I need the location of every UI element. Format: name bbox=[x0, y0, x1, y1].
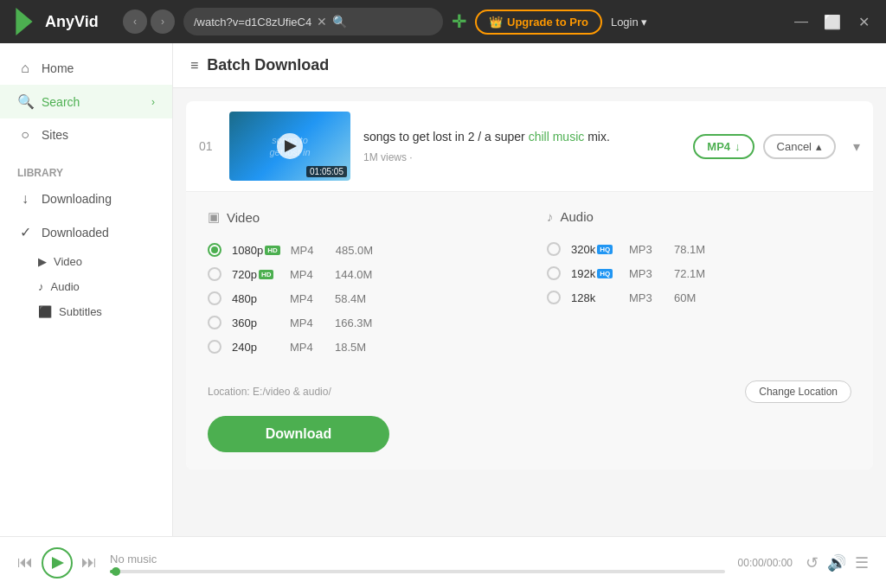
hd-badge-720p: HD bbox=[259, 270, 274, 279]
radio-128k[interactable] bbox=[547, 291, 561, 304]
progress-bar[interactable] bbox=[110, 570, 725, 573]
video-col-label: Video bbox=[227, 210, 260, 225]
duration-badge: 01:05:05 bbox=[306, 166, 347, 177]
radio-192k[interactable] bbox=[547, 266, 561, 280]
download-icon: ↓ bbox=[17, 191, 33, 207]
login-button[interactable]: Login ▾ bbox=[611, 16, 647, 29]
sidebar-item-audio[interactable]: ♪ Audio bbox=[0, 274, 172, 299]
play-button-icon bbox=[52, 557, 64, 569]
crown-icon: 👑 bbox=[489, 16, 503, 29]
radio-240p[interactable] bbox=[208, 340, 222, 354]
location-text: Location: E:/video & audio/ bbox=[208, 386, 331, 398]
maximize-button[interactable]: ⬜ bbox=[820, 10, 844, 34]
url-search-icon[interactable]: 🔍 bbox=[332, 15, 347, 29]
sidebar-item-home[interactable]: ⌂ Home bbox=[0, 52, 172, 85]
radio-480p[interactable] bbox=[208, 291, 222, 305]
video-number: 01 bbox=[199, 139, 216, 153]
upgrade-button[interactable]: 👑 Upgrade to Pro bbox=[475, 10, 602, 35]
size-240p: 18.5M bbox=[335, 341, 366, 354]
quality-128k: 128k bbox=[571, 291, 619, 304]
sidebar-item-search[interactable]: 🔍 Search › bbox=[0, 85, 172, 118]
nav-arrows: ‹ › bbox=[123, 10, 175, 34]
login-arrow-icon: ▾ bbox=[641, 16, 647, 29]
video-list: 01 songs toget lost in 01:05:05 songs to… bbox=[173, 88, 886, 536]
quality-320k: 320kHQ bbox=[571, 243, 619, 256]
format-720p: MP4 bbox=[290, 268, 324, 281]
video-col-header: ▣ Video bbox=[208, 209, 512, 225]
size-480p: 58.4M bbox=[335, 292, 366, 305]
radio-720p[interactable] bbox=[208, 267, 222, 281]
size-320k: 78.1M bbox=[674, 243, 705, 256]
subtitles-icon: ⬛ bbox=[38, 305, 52, 318]
sidebar: ⌂ Home 🔍 Search › ○ Sites Library ↓ Down… bbox=[0, 43, 173, 536]
cancel-label: Cancel bbox=[777, 140, 812, 153]
audio-option-192k: 192kHQ MP3 72.1M bbox=[547, 261, 851, 285]
size-192k: 72.1M bbox=[674, 267, 705, 280]
sidebar-item-subtitles[interactable]: ⬛ Subtitles bbox=[0, 299, 172, 324]
repeat-icon[interactable]: ↺ bbox=[806, 553, 819, 572]
play-button[interactable] bbox=[42, 547, 73, 578]
player-info: No music bbox=[110, 553, 725, 573]
expand-icon[interactable]: ▾ bbox=[853, 138, 860, 155]
audio-option-320k: 320kHQ MP3 78.1M bbox=[547, 237, 851, 261]
close-button[interactable]: ✕ bbox=[851, 10, 876, 34]
video-views: 1M views · bbox=[363, 151, 413, 163]
download-button[interactable]: Download bbox=[208, 416, 389, 452]
sidebar-item-sites[interactable]: ○ Sites bbox=[0, 118, 172, 151]
app-name: AnyVid bbox=[45, 13, 99, 31]
batch-title: Batch Download bbox=[207, 56, 329, 74]
url-text: /watch?v=d1C8zUfieC4 bbox=[194, 16, 311, 29]
titlebar: AnyVid ‹ › /watch?v=d1C8zUfieC4 ✕ 🔍 ✛ 👑 … bbox=[0, 0, 886, 43]
radio-320k[interactable] bbox=[547, 242, 561, 256]
video-actions: MP4 ↓ Cancel ▴ bbox=[693, 134, 836, 159]
url-clear-icon[interactable]: ✕ bbox=[317, 15, 327, 29]
url-bar[interactable]: /watch?v=d1C8zUfieC4 ✕ 🔍 bbox=[183, 8, 443, 35]
home-label: Home bbox=[42, 61, 74, 75]
subtitles-label: Subtitles bbox=[59, 305, 102, 318]
sidebar-item-downloading[interactable]: ↓ Downloading bbox=[0, 182, 172, 215]
format-480p: MP4 bbox=[290, 292, 324, 305]
video-title: songs to get lost in 2 / a super chill m… bbox=[363, 129, 680, 146]
back-button[interactable]: ‹ bbox=[123, 10, 147, 34]
size-360p: 166.3M bbox=[335, 316, 372, 329]
content-area: ≡ Batch Download 01 songs toget lost in bbox=[173, 43, 886, 536]
player-controls: ⏮ ⏭ bbox=[17, 547, 97, 578]
format-360p: MP4 bbox=[290, 316, 324, 329]
thumb-play-icon[interactable] bbox=[277, 133, 303, 159]
previous-button[interactable]: ⏮ bbox=[17, 553, 33, 572]
sidebar-item-video[interactable]: ▶ Video bbox=[0, 249, 172, 274]
player-track: No music bbox=[110, 553, 725, 566]
video-icon: ▶ bbox=[38, 255, 47, 268]
new-tab-button[interactable]: ✛ bbox=[452, 11, 466, 32]
quality-192k: 192kHQ bbox=[571, 267, 619, 280]
sidebar-item-downloaded[interactable]: ✓ Downloaded bbox=[0, 215, 172, 249]
size-720p: 144.0M bbox=[335, 268, 372, 281]
search-arrow-icon: › bbox=[151, 96, 155, 108]
playlist-icon[interactable]: ☰ bbox=[855, 553, 869, 572]
library-section-label: Library bbox=[0, 160, 172, 182]
window-controls: — ⬜ ✕ bbox=[789, 10, 876, 34]
time-display: 00:00/00:00 bbox=[738, 557, 793, 569]
format-1080p: MP4 bbox=[291, 244, 325, 257]
app-logo: AnyVid bbox=[10, 8, 114, 35]
video-title-part2: mix. bbox=[584, 130, 610, 144]
batch-header: ≡ Batch Download bbox=[173, 43, 886, 88]
video-header: 01 songs toget lost in 01:05:05 songs to… bbox=[186, 101, 873, 191]
volume-icon[interactable]: 🔊 bbox=[827, 553, 846, 572]
radio-360p[interactable] bbox=[208, 316, 222, 329]
player-right-controls: ↺ 🔊 ☰ bbox=[806, 553, 869, 572]
audio-col-label: Audio bbox=[561, 209, 594, 224]
format-320k: MP3 bbox=[629, 243, 664, 256]
mp4-button[interactable]: MP4 ↓ bbox=[693, 134, 754, 159]
forward-button[interactable]: › bbox=[151, 10, 175, 34]
change-location-button[interactable]: Change Location bbox=[745, 380, 851, 403]
minimize-button[interactable]: — bbox=[789, 10, 813, 34]
main-area: ⌂ Home 🔍 Search › ○ Sites Library ↓ Down… bbox=[0, 43, 886, 536]
format-192k: MP3 bbox=[629, 267, 664, 280]
next-button[interactable]: ⏭ bbox=[81, 553, 97, 572]
cancel-button[interactable]: Cancel ▴ bbox=[763, 134, 836, 159]
sidebar-nav: ⌂ Home 🔍 Search › ○ Sites bbox=[0, 43, 172, 160]
logo-icon bbox=[10, 8, 38, 35]
radio-1080p[interactable] bbox=[208, 243, 222, 257]
video-title-highlight: chill music bbox=[529, 130, 585, 144]
